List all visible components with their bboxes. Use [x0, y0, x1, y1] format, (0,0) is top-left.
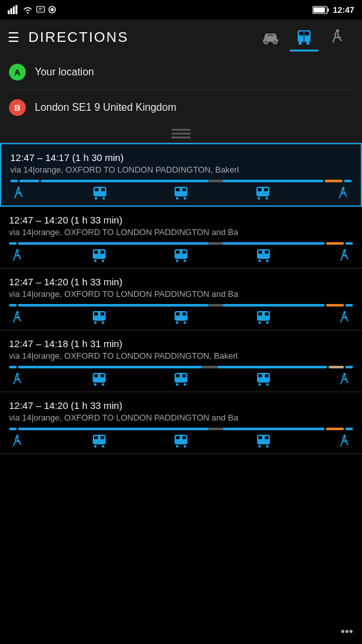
route-time: 12:47 – 14:17 (1 h 30 min) [10, 152, 352, 163]
svg-point-28 [95, 197, 97, 200]
svg-point-13 [264, 40, 268, 44]
svg-rect-46 [100, 251, 104, 254]
menu-button[interactable]: ☰ [8, 30, 19, 45]
svg-rect-119 [257, 441, 270, 443]
svg-rect-37 [258, 188, 262, 191]
transit-bar [10, 180, 352, 182]
svg-point-63 [16, 311, 19, 314]
origin-badge: A [9, 64, 26, 80]
svg-rect-78 [265, 312, 269, 316]
bus-icon-2 [256, 372, 271, 386]
route-time: 12:47 – 14:20 (1 h 33 min) [9, 400, 353, 411]
svg-point-34 [176, 197, 178, 200]
svg-rect-27 [93, 193, 106, 195]
bus-icon [91, 372, 107, 386]
svg-point-100 [258, 383, 261, 386]
svg-rect-57 [258, 251, 262, 254]
route-via: via 14|orange, OXFORD TO LONDON PADDINGT… [9, 227, 353, 237]
svg-rect-91 [176, 374, 180, 377]
status-left [8, 5, 57, 14]
drag-handle[interactable] [0, 125, 362, 143]
svg-point-120 [258, 445, 261, 448]
route-item[interactable]: 12:47 – 14:18 (1 h 31 min) via 14|orange… [0, 330, 362, 392]
routes-list: 12:47 – 14:17 (1 h 30 min) via 14|orange… [0, 143, 362, 454]
car-mode-button[interactable] [254, 24, 287, 50]
svg-rect-85 [94, 374, 98, 377]
walk-icon [10, 310, 24, 325]
bus-icon [91, 310, 107, 325]
svg-point-14 [273, 40, 277, 44]
svg-point-35 [184, 197, 186, 200]
route-via: via 14|orange, OXFORD TO LONDON PADDINGT… [10, 165, 352, 175]
svg-point-40 [258, 197, 260, 200]
svg-point-41 [265, 197, 268, 200]
route-item[interactable]: 12:47 – 14:20 (1 h 33 min) via 14|orange… [0, 392, 362, 454]
svg-rect-39 [256, 193, 269, 195]
svg-point-101 [266, 383, 269, 386]
transit-icons [9, 372, 353, 386]
bus-icon [91, 249, 107, 263]
svg-point-21 [307, 41, 310, 44]
svg-rect-52 [182, 251, 186, 254]
more-button[interactable]: ••• [341, 625, 353, 639]
header: ☰ DIRECTIONS [0, 19, 362, 55]
bus-mode-button[interactable] [287, 24, 321, 50]
route-via: via 14|orange, OXFORD TO LONDON PADDINGT… [9, 351, 353, 361]
svg-point-115 [184, 445, 186, 448]
svg-point-68 [94, 321, 97, 324]
svg-point-88 [94, 383, 97, 386]
svg-point-121 [266, 445, 269, 448]
walk-mode-button[interactable] [321, 24, 354, 50]
train-icon [173, 372, 189, 386]
origin-text: Your location [35, 66, 94, 78]
walk-icon-end [338, 249, 352, 263]
bus-icon [91, 434, 107, 448]
destination-badge: B [9, 99, 26, 116]
svg-point-95 [184, 383, 186, 386]
train-icon [173, 186, 189, 200]
route-item[interactable]: 12:47 – 14:17 (1 h 30 min) via 14|orange… [0, 143, 362, 207]
svg-point-109 [102, 445, 104, 448]
svg-point-61 [266, 260, 269, 262]
svg-rect-33 [175, 193, 187, 195]
svg-rect-51 [176, 251, 180, 254]
circle-icon [48, 5, 57, 14]
train-icon [173, 434, 189, 448]
svg-rect-87 [93, 379, 106, 381]
destination-row[interactable]: B London SE1 9 United Kingdom [9, 90, 353, 125]
walk-icon-end [336, 186, 350, 200]
transit-bar [9, 242, 353, 245]
svg-rect-59 [257, 256, 270, 258]
transit-bar [9, 366, 353, 368]
route-item[interactable]: 12:47 – 14:20 (1 h 33 min) via 14|orange… [0, 207, 362, 269]
svg-rect-16 [299, 32, 303, 35]
svg-rect-58 [265, 251, 269, 254]
svg-rect-53 [175, 256, 187, 258]
svg-rect-92 [182, 374, 186, 377]
route-via: via 14|orange, OXFORD TO LONDON PADDINGT… [9, 413, 353, 422]
status-bar: 12:47 [0, 0, 362, 19]
walk-icon [10, 249, 24, 263]
svg-point-54 [176, 260, 178, 262]
svg-rect-0 [8, 10, 10, 14]
svg-rect-111 [176, 436, 180, 439]
svg-point-69 [102, 321, 104, 324]
svg-rect-79 [257, 317, 270, 319]
location-section: A Your location B London SE1 9 United Ki… [0, 55, 362, 125]
svg-point-60 [258, 260, 261, 262]
svg-rect-45 [94, 251, 98, 254]
svg-point-8 [51, 8, 54, 12]
walk-icon [10, 434, 24, 448]
route-item[interactable]: 12:47 – 14:20 (1 h 33 min) via 14|orange… [0, 269, 362, 330]
transit-icons [9, 434, 353, 448]
svg-rect-72 [182, 312, 186, 316]
route-time: 12:47 – 14:20 (1 h 33 min) [9, 214, 353, 225]
svg-point-108 [94, 445, 97, 448]
svg-rect-107 [93, 441, 106, 443]
svg-rect-97 [258, 374, 262, 377]
transit-icons [9, 249, 353, 263]
svg-point-103 [16, 435, 19, 437]
svg-rect-99 [257, 379, 270, 381]
bus-icon [92, 186, 108, 200]
origin-row[interactable]: A Your location [9, 55, 353, 90]
